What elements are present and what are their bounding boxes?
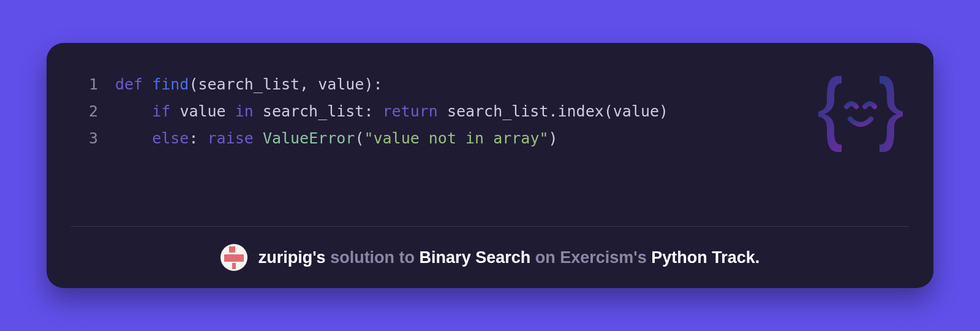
avatar [221, 244, 247, 271]
code-token: ValueError [263, 129, 355, 147]
exercise-name: Binary Search [420, 248, 531, 267]
code-line: 3 else: raise ValueError("value not in a… [71, 125, 909, 152]
code-token [115, 102, 152, 120]
code-token: find [152, 75, 189, 93]
line-content: if value in search_list: return search_l… [115, 98, 668, 125]
code-token: def [115, 75, 152, 93]
exercism-logo-icon [815, 71, 907, 157]
line-number: 1 [71, 71, 98, 98]
code-token [115, 129, 152, 147]
line-number: 2 [71, 98, 98, 125]
code-token [254, 129, 263, 147]
code-token: "value not in array" [364, 129, 548, 147]
code-token: else [152, 129, 189, 147]
code-line: 1def find(search_list, value): [71, 71, 909, 98]
code-token: ) [548, 129, 557, 147]
on-word: on Exercism's [535, 248, 647, 267]
line-number: 3 [71, 125, 98, 152]
code-token: ( [355, 129, 364, 147]
code-token: search_list.index(value) [438, 102, 668, 120]
code-token: return [383, 102, 438, 120]
code-area: 1def find(search_list, value):2 if value… [47, 43, 933, 226]
attribution-text: zuripig's solution to Binary Search on E… [258, 248, 760, 267]
track-name: Python Track. [651, 248, 760, 267]
code-token: in [235, 102, 254, 120]
code-token: value [170, 102, 235, 120]
solution-card: 1def find(search_list, value):2 if value… [47, 43, 933, 288]
code-token: (search_list, value): [189, 75, 382, 93]
line-content: def find(search_list, value): [115, 71, 383, 98]
user-name: zuripig's [258, 248, 326, 267]
line-content: else: raise ValueError("value not in arr… [115, 125, 558, 152]
code-token: search_list: [254, 102, 383, 120]
code-token: : [189, 129, 207, 147]
code-token: raise [208, 129, 254, 147]
code-line: 2 if value in search_list: return search… [71, 98, 909, 125]
code-token: if [152, 102, 170, 120]
solution-word: solution to [330, 248, 415, 267]
code-block: 1def find(search_list, value):2 if value… [71, 71, 909, 152]
attribution-footer: zuripig's solution to Binary Search on E… [47, 227, 933, 288]
